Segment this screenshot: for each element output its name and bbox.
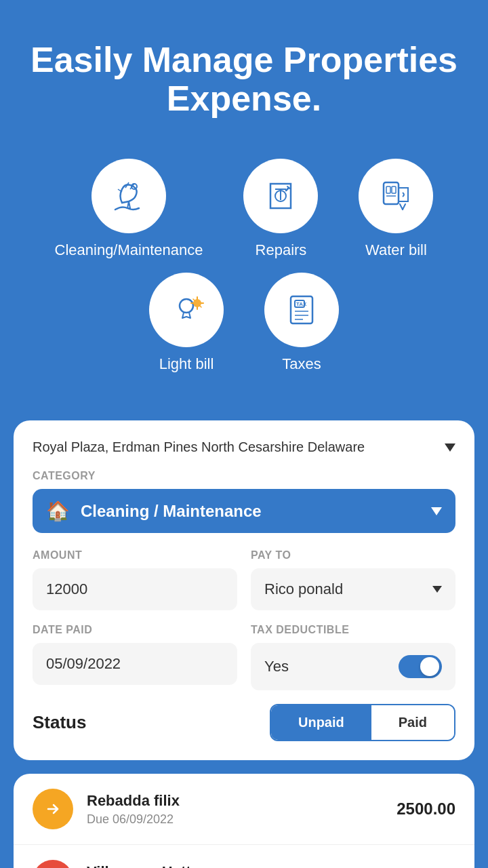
form-card: Royal Plaza, Erdman Pines North Cesarshi… xyxy=(14,420,474,760)
category-select-emoji: 🏠 xyxy=(46,500,70,522)
transaction-icon-alert xyxy=(33,860,73,868)
light-label: Light bill xyxy=(159,355,214,373)
amount-label: AMOUNT xyxy=(33,549,237,561)
icons-row-top: Cleaning/Maintenance Repairs xyxy=(41,159,447,259)
water-label: Water bill xyxy=(365,241,427,259)
transaction-info: Villasenor Hett Late, due 23/08/2022 xyxy=(87,863,383,868)
cleaning-label: Cleaning/Maintenance xyxy=(55,241,203,259)
tax-group: TAX DEDUCTIBLE Yes xyxy=(251,624,455,690)
category-cleaning[interactable]: Cleaning/Maintenance xyxy=(55,159,203,259)
icons-section: Cleaning/Maintenance Repairs xyxy=(0,145,488,420)
payto-label: PAY TO xyxy=(251,549,455,561)
transactions-card: Rebadda filix Due 06/09/2022 2500.00 Vil… xyxy=(14,774,474,868)
repairs-icon xyxy=(260,176,301,216)
category-label: CATEGORY xyxy=(33,470,455,482)
amount-payto-row: AMOUNT 12000 PAY TO Rico ponald xyxy=(33,549,455,610)
payto-value: Rico ponald xyxy=(264,580,343,598)
category-dropdown-arrow xyxy=(431,507,442,515)
category-select[interactable]: 🏠 Cleaning / Maintenance xyxy=(33,489,455,533)
amount-group: AMOUNT 12000 xyxy=(33,549,237,610)
property-dropdown-arrow xyxy=(445,443,455,452)
payto-select[interactable]: Rico ponald xyxy=(251,568,455,610)
transaction-name: Villasenor Hett xyxy=(87,863,383,868)
svg-rect-3 xyxy=(386,186,390,193)
repairs-icon-circle xyxy=(243,159,318,233)
property-name: Royal Plaza, Erdman Pines North Cesarshi… xyxy=(33,439,365,455)
cleaning-icon xyxy=(108,176,149,216)
tax-deductible-row: Yes xyxy=(264,655,442,678)
status-label: Status xyxy=(33,712,86,733)
transaction-item[interactable]: Villasenor Hett Late, due 23/08/2022 300… xyxy=(14,845,474,868)
tax-deductible-wrapper: Yes xyxy=(251,643,455,690)
date-group: DATE PAID 05/09/2022 xyxy=(33,624,237,690)
taxes-label: Taxes xyxy=(282,355,321,373)
light-icon xyxy=(166,290,207,330)
transaction-date: Due 06/09/2022 xyxy=(87,812,383,827)
water-icon xyxy=(375,176,416,216)
toggle-thumb xyxy=(420,657,439,676)
status-buttons: Unpaid Paid xyxy=(270,704,455,741)
svg-point-5 xyxy=(180,299,193,313)
transaction-amount: 2500.00 xyxy=(396,800,455,818)
svg-rect-4 xyxy=(392,186,396,193)
repairs-label: Repairs xyxy=(256,241,307,259)
page-title: Easily Manage Properties Expense. xyxy=(27,41,461,118)
tax-toggle[interactable] xyxy=(399,655,442,678)
payto-arrow xyxy=(432,586,442,593)
category-water[interactable]: Water bill xyxy=(359,159,433,259)
svg-rect-2 xyxy=(384,182,399,204)
property-selector[interactable]: Royal Plaza, Erdman Pines North Cesarshi… xyxy=(33,439,455,455)
arrow-right-icon xyxy=(43,799,63,819)
tax-label: TAX DEDUCTIBLE xyxy=(251,624,455,636)
date-label: DATE PAID xyxy=(33,624,237,636)
svg-text:TAX: TAX xyxy=(296,301,307,307)
cleaning-icon-circle xyxy=(92,159,166,233)
taxes-icon: TAX xyxy=(281,290,322,330)
water-icon-circle xyxy=(359,159,433,233)
status-row: Status Unpaid Paid xyxy=(33,704,455,741)
transaction-item[interactable]: Rebadda filix Due 06/09/2022 2500.00 xyxy=(14,774,474,845)
taxes-icon-circle: TAX xyxy=(264,273,339,347)
transaction-name: Rebadda filix xyxy=(87,792,383,810)
category-select-text: Cleaning / Maintenance xyxy=(81,502,420,521)
date-input[interactable]: 05/09/2022 xyxy=(33,643,237,685)
transaction-info: Rebadda filix Due 06/09/2022 xyxy=(87,792,383,827)
category-taxes[interactable]: TAX Taxes xyxy=(264,273,339,373)
transaction-icon-arrow xyxy=(33,789,73,829)
amount-input[interactable]: 12000 xyxy=(33,568,237,610)
category-light[interactable]: Light bill xyxy=(149,273,224,373)
icons-row-bottom: Light bill TAX Taxes xyxy=(41,273,447,373)
header-section: Easily Manage Properties Expense. xyxy=(0,0,488,145)
category-repairs[interactable]: Repairs xyxy=(243,159,318,259)
tax-yes-text: Yes xyxy=(264,658,289,675)
payto-group: PAY TO Rico ponald xyxy=(251,549,455,610)
status-paid-button[interactable]: Paid xyxy=(371,705,454,740)
date-tax-row: DATE PAID 05/09/2022 TAX DEDUCTIBLE Yes xyxy=(33,624,455,690)
light-icon-circle xyxy=(149,273,224,347)
status-unpaid-button[interactable]: Unpaid xyxy=(271,705,371,740)
